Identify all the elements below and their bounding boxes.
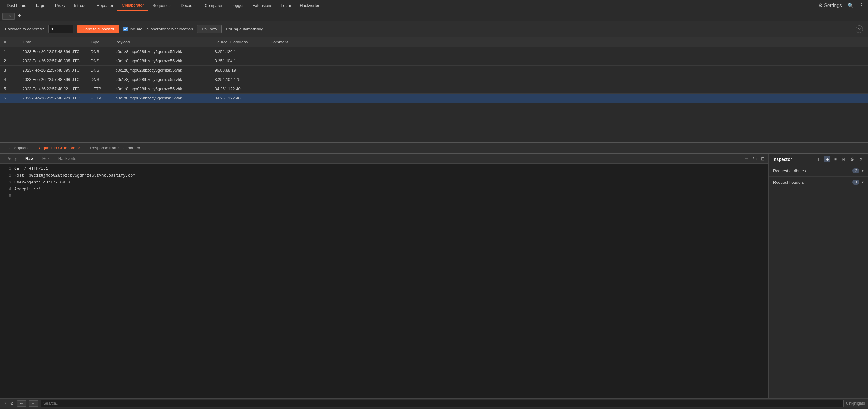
tab-1-close[interactable]: × bbox=[9, 14, 11, 18]
line-number: 3 bbox=[4, 180, 11, 186]
nav-item-proxy[interactable]: Proxy bbox=[51, 1, 70, 10]
line-number: 2 bbox=[4, 172, 11, 179]
nav-forward-button[interactable]: → bbox=[29, 400, 38, 407]
copy-to-clipboard-button[interactable]: Copy to clipboard bbox=[78, 25, 119, 33]
table-row[interactable]: 62023-Feb-26 22:57:48.923 UTCHTTPb0c1z8j… bbox=[0, 94, 868, 103]
expand-icon-btn[interactable]: ⊞ bbox=[760, 156, 766, 162]
inspector-shrink-btn[interactable]: ⊟ bbox=[840, 156, 847, 162]
inspector-close-btn[interactable]: ✕ bbox=[858, 156, 864, 162]
payloads-input[interactable] bbox=[49, 25, 73, 33]
search-input[interactable] bbox=[41, 400, 843, 407]
settings-button[interactable]: ⚙ Settings bbox=[817, 1, 843, 10]
tab-1-label: 1 bbox=[6, 14, 8, 18]
code-area: 1GET / HTTP/1.12Host: b0c1z8jmqo028tbzcb… bbox=[0, 164, 769, 399]
line-content: GET / HTTP/1.1 bbox=[14, 166, 48, 172]
nav-item-sequencer[interactable]: Sequencer bbox=[148, 1, 176, 10]
subtab-raw[interactable]: Raw bbox=[22, 155, 37, 162]
inspector-section-request_attributes[interactable]: Request attributes2▾ bbox=[769, 165, 868, 177]
col-header-source-ip[interactable]: Source IP address bbox=[211, 37, 267, 47]
subtab-hackvertor[interactable]: Hackvertor bbox=[55, 155, 82, 162]
nav-item-collaborator[interactable]: Collaborator bbox=[118, 0, 148, 10]
nav-item-extensions[interactable]: Extensions bbox=[248, 1, 277, 10]
table-row[interactable]: 22023-Feb-26 22:57:48.895 UTCDNSb0c1z8jm… bbox=[0, 56, 868, 66]
nav-item-hackvertor[interactable]: Hackvertor bbox=[296, 1, 323, 10]
inspector-section-request_headers[interactable]: Request headers3▾ bbox=[769, 177, 868, 188]
cell-time: 2023-Feb-26 22:57:48.895 UTC bbox=[19, 56, 87, 66]
nav-item-dashboard[interactable]: Dashboard bbox=[2, 1, 31, 10]
line-content: Host: b0c1z8jmqo028tbzcby5gdrnze55tvhk.o… bbox=[14, 172, 135, 179]
nav-item-repeater[interactable]: Repeater bbox=[92, 1, 118, 10]
highlights-label: 0 highlights bbox=[846, 401, 865, 406]
inspector-grid-btn[interactable]: ▦ bbox=[824, 156, 831, 162]
poll-now-button[interactable]: Poll now bbox=[197, 25, 222, 33]
table-row[interactable]: 42023-Feb-26 22:57:48.896 UTCDNSb0c1z8jm… bbox=[0, 75, 868, 84]
cell-payload: b0c1z8jmqo028tbzcby5gdrnze55tvhk bbox=[112, 94, 211, 103]
inspector-header: Inspector ▥ ▦ ≡ ⊟ ⚙ ✕ bbox=[769, 154, 868, 165]
col-header-num[interactable]: # ↑ bbox=[0, 37, 19, 47]
status-settings-button[interactable]: ⚙ bbox=[9, 400, 14, 407]
inspector-title: Inspector bbox=[773, 157, 812, 162]
inspector-section-label: Request attributes bbox=[773, 168, 852, 173]
cell-payload: b0c1z8jmqo028tbzcby5gdrnze55tvhk bbox=[112, 47, 211, 56]
chevron-down-icon: ▾ bbox=[862, 180, 864, 184]
subtab-icons: ☰ \n ⊞ bbox=[743, 156, 766, 162]
col-header-payload[interactable]: Payload bbox=[112, 37, 211, 47]
cell-comment bbox=[267, 75, 868, 84]
code-line: 2Host: b0c1z8jmqo028tbzcby5gdrnze55tvhk.… bbox=[0, 172, 769, 179]
col-header-type[interactable]: Type bbox=[87, 37, 112, 47]
cell-type: HTTP bbox=[87, 84, 112, 94]
line-number: 5 bbox=[4, 193, 11, 199]
table-row[interactable]: 12023-Feb-26 22:57:48.896 UTCDNSb0c1z8jm… bbox=[0, 47, 868, 56]
inspector-settings-btn[interactable]: ⚙ bbox=[849, 156, 856, 162]
cell-source_ip: 34.251.122.40 bbox=[211, 84, 267, 94]
cell-num: 4 bbox=[0, 75, 19, 84]
include-location-checkbox-label[interactable]: Include Collaborator server location bbox=[123, 27, 193, 31]
include-location-checkbox[interactable] bbox=[123, 27, 128, 31]
inspector-list-btn[interactable]: ≡ bbox=[833, 156, 838, 162]
table-row[interactable]: 32023-Feb-26 22:57:48.895 UTCDNSb0c1z8jm… bbox=[0, 66, 868, 75]
tab-1[interactable]: 1 × bbox=[2, 13, 14, 20]
tab-request-to-collaborator[interactable]: Request to Collaborator bbox=[33, 143, 85, 153]
cell-payload: b0c1z8jmqo028tbzcby5gdrnze55tvhk bbox=[112, 84, 211, 94]
subtab-hex[interactable]: Hex bbox=[39, 155, 53, 162]
search-nav-button[interactable]: 🔍 bbox=[846, 1, 855, 10]
tab-description[interactable]: Description bbox=[2, 143, 33, 153]
inspector-sections: Request attributes2▾Request headers3▾ bbox=[769, 165, 868, 188]
list-icon-btn[interactable]: ☰ bbox=[743, 156, 750, 162]
table-row[interactable]: 52023-Feb-26 22:57:48.921 UTCHTTPb0c1z8j… bbox=[0, 84, 868, 94]
nav-item-learn[interactable]: Learn bbox=[277, 1, 296, 10]
nav-item-decoder[interactable]: Decoder bbox=[176, 1, 200, 10]
cell-payload: b0c1z8jmqo028tbzcby5gdrnze55tvhk bbox=[112, 56, 211, 66]
help-button[interactable]: ? bbox=[856, 25, 863, 33]
chevron-down-icon: ▾ bbox=[862, 168, 864, 173]
cell-time: 2023-Feb-26 22:57:48.896 UTC bbox=[19, 75, 87, 84]
nav-item-target[interactable]: Target bbox=[31, 1, 51, 10]
col-header-time[interactable]: Time bbox=[19, 37, 87, 47]
tab-response-from-collaborator[interactable]: Response from Collaborator bbox=[85, 143, 145, 153]
top-nav: DashboardTargetProxyIntruderRepeaterColl… bbox=[0, 0, 868, 11]
cell-source_ip: 3.251.104.1 bbox=[211, 56, 267, 66]
inspector-section-label: Request headers bbox=[773, 180, 852, 185]
cell-time: 2023-Feb-26 22:57:48.895 UTC bbox=[19, 66, 87, 75]
tab-add-button[interactable]: + bbox=[17, 13, 22, 19]
nav-back-button[interactable]: ← bbox=[17, 400, 26, 407]
more-nav-button[interactable]: ⋮ bbox=[858, 1, 866, 10]
nav-item-comparer[interactable]: Comparer bbox=[200, 1, 227, 10]
nav-item-logger[interactable]: Logger bbox=[227, 1, 248, 10]
inspector-columns-btn[interactable]: ▥ bbox=[815, 156, 822, 162]
line-number: 1 bbox=[4, 166, 11, 172]
wrap-icon-btn[interactable]: \n bbox=[752, 156, 758, 162]
nav-item-intruder[interactable]: Intruder bbox=[70, 1, 92, 10]
subtab-pretty[interactable]: Pretty bbox=[2, 155, 21, 162]
cell-source_ip: 3.251.104.175 bbox=[211, 75, 267, 84]
polling-status: Polling automatically bbox=[226, 27, 263, 31]
editor-left: Pretty Raw Hex Hackvertor ☰ \n ⊞ 1GET / … bbox=[0, 154, 769, 399]
nav-right: ⚙ Settings 🔍 ⋮ bbox=[817, 1, 866, 10]
bottom-pane: Description Request to Collaborator Resp… bbox=[0, 143, 868, 399]
cell-payload: b0c1z8jmqo028tbzcby5gdrnze55tvhk bbox=[112, 66, 211, 75]
cell-num: 5 bbox=[0, 84, 19, 94]
status-help-button[interactable]: ? bbox=[3, 400, 7, 407]
detail-tabs: Description Request to Collaborator Resp… bbox=[0, 143, 868, 154]
col-header-comment[interactable]: Comment bbox=[267, 37, 868, 47]
cell-num: 6 bbox=[0, 94, 19, 103]
